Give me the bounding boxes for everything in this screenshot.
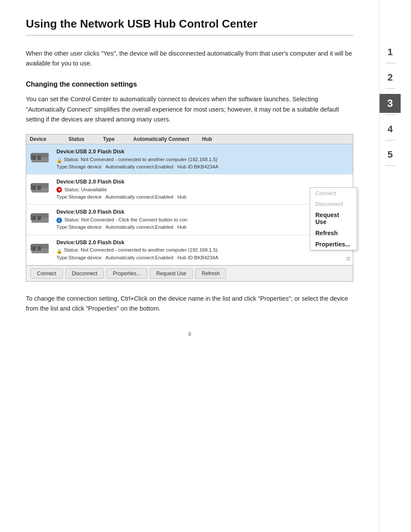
properties-button[interactable]: Properties... [106,268,147,279]
chapter-sidebar: 1 2 3 4 5 [379,0,401,532]
usb-drive-icon [31,240,50,255]
table-row[interactable]: Device:USB 2.0 Flash Disk i Status: Not … [26,205,353,235]
chapter-item-4[interactable]: 4 [380,120,401,142]
connect-button[interactable]: Connect [31,268,63,279]
device-name: Device:USB 2.0 Flash Disk [56,148,349,156]
chapter-2-number[interactable]: 2 [380,68,401,87]
table-row[interactable]: Device:USB 2.0 Flash Disk 🔒 Status: Not … [26,235,353,265]
scroll-indicator: ⤲ [346,255,351,263]
context-menu-connect[interactable]: Connect [310,188,357,199]
device-status: i Status: Not Connected - Click the Conn… [56,216,349,224]
table-row[interactable]: Device:USB 2.0 Flash Disk 🔒 Status: Not … [26,144,353,174]
svg-rect-7 [32,186,36,190]
svg-rect-12 [32,216,36,220]
chapter-divider [385,140,395,140]
chapter-item-5[interactable]: 5 [380,146,401,168]
context-menu-request-use[interactable]: Request Use [310,209,357,227]
table-row[interactable]: Device:USB 2.0 Flash Disk ✕ Status: Unav… [26,174,353,205]
usb-drive-icon [31,180,50,194]
device-info: Device:USB 2.0 Flash Disk 🔒 Status: Not … [56,239,349,261]
header-status: Status [68,136,103,142]
main-content: Using the Network USB Hub Control Center… [0,0,379,532]
header-type: Type [103,136,133,142]
chapter-1-number[interactable]: 1 [380,43,401,61]
chapter-5-number[interactable]: 5 [380,146,401,164]
device-info: Device:USB 2.0 Flash Disk ✕ Status: Unav… [56,178,349,201]
chapter-3-number[interactable]: 3 [380,94,401,113]
device-icon [31,148,53,166]
header-hub: Hub [202,136,228,142]
device-status: ✕ Status: Unavailable [56,186,349,193]
body-text: You can set the Control Center to automa… [26,94,353,124]
disconnect-button[interactable]: Disconnect [65,268,104,279]
footer-text: To change the connection setting, Ctrl+C… [26,294,353,314]
device-status: 🔒 Status: Not Connected - connected to a… [56,156,349,163]
page-title: Using the Network USB Hub Control Center [26,17,353,36]
context-menu-refresh[interactable]: Refresh [310,227,357,239]
header-auto-connect: Automatically Connect [133,136,202,142]
chapter-divider [385,63,395,63]
device-type: Type:Storage device Automatically connec… [56,224,349,231]
svg-rect-3 [37,156,41,160]
svg-rect-9 [31,184,32,190]
device-table: Device Status Type Automatically Connect… [26,134,353,282]
device-info: Device:USB 2.0 Flash Disk 🔒 Status: Not … [56,148,349,171]
usb-drive-icon [31,149,50,164]
device-info: Device:USB 2.0 Flash Disk i Status: Not … [56,208,349,231]
section-heading: Changing the connection settings [26,81,353,88]
page-container: Using the Network USB Hub Control Center… [0,0,411,532]
svg-rect-2 [32,156,36,160]
svg-rect-4 [31,154,32,160]
chapter-item-1[interactable]: 1 [380,43,401,65]
svg-rect-14 [31,214,32,220]
svg-rect-8 [37,186,41,190]
chapter-4-number[interactable]: 4 [380,120,401,138]
header-device: Device [30,136,68,142]
table-body: Device:USB 2.0 Flash Disk 🔒 Status: Not … [26,144,353,265]
svg-rect-17 [32,246,36,251]
device-name: Device:USB 2.0 Flash Disk [56,208,349,216]
svg-rect-19 [31,245,32,251]
context-menu-properties[interactable]: Properties... [310,239,357,250]
device-type: Type:Storage device Automatically connec… [56,193,349,201]
request-use-button[interactable]: Request Use [150,268,193,279]
chapter-item-2[interactable]: 2 [380,68,401,90]
error-icon: ✕ [56,187,62,193]
chapter-divider [385,88,395,89]
page-number: 9 [26,331,353,337]
device-status: 🔒 Status: Not Connected - connected to a… [56,246,349,254]
context-menu: Connect Disconnect Request Use Refresh P… [310,187,357,250]
svg-rect-18 [37,246,41,251]
lock-icon: 🔒 [56,248,62,253]
device-icon [31,208,53,226]
svg-rect-13 [37,216,41,220]
lock-icon: 🔒 [56,157,62,162]
refresh-button[interactable]: Refresh [195,268,226,279]
device-name: Device:USB 2.0 Flash Disk [56,178,349,186]
chapter-item-3[interactable]: 3 [380,94,401,117]
device-type: Type:Storage device Automatically connec… [56,163,349,171]
device-type: Type:Storage device Automatically connec… [56,254,349,261]
bottom-toolbar: Connect Disconnect Properties... Request… [26,265,353,281]
info-icon: i [56,218,62,223]
device-name: Device:USB 2.0 Flash Disk [56,239,349,247]
chapter-divider [385,115,395,115]
intro-text: When the other user clicks "Yes", the de… [26,49,353,68]
table-header: Device Status Type Automatically Connect… [26,134,353,144]
device-icon [31,178,53,196]
context-menu-disconnect[interactable]: Disconnect [310,199,357,209]
usb-drive-icon [31,210,50,224]
chapter-divider [385,165,395,166]
device-icon [31,239,53,257]
